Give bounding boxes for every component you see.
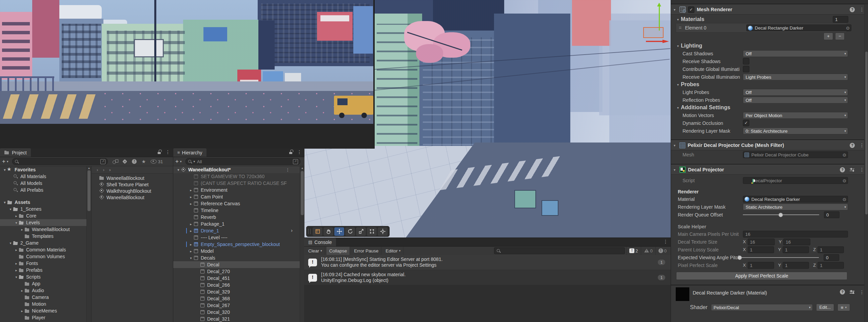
additional-settings-foldout[interactable]: Additional Settings [681,105,730,111]
editor-dropdown[interactable]: Editor▾ [383,247,403,255]
pixel-perfect-scale-y[interactable]: 1 [783,262,809,269]
save-search-star-icon[interactable]: ★ [141,159,146,164]
fold-arrow[interactable]: ▾ [677,18,679,21]
hierarchy-item[interactable]: Decal_368 [173,295,300,302]
hierarchy-item[interactable]: ▸ Model [173,248,300,254]
shader-edit-button[interactable]: Edit... [816,304,834,311]
decal-texture-size-x[interactable]: 16 [748,239,775,245]
warning-count-toggle[interactable]: 0 [641,247,655,255]
fold-arrow[interactable]: ▾ [677,106,679,110]
tab-hierarchy[interactable]: ≡ Hierarchy [173,148,206,157]
breadcrumb-item[interactable] [101,167,107,172]
project-tree-item[interactable]: ▸ WaneellaBlockout [0,226,86,233]
lock-icon[interactable] [289,150,293,154]
reflection-probes-dropdown[interactable]: Off▾ [743,97,848,103]
project-tree-item[interactable]: ▾ Levels [0,219,86,226]
search-filter-caret-icon[interactable]: ▾ [193,160,195,163]
material-preview-thumbnail[interactable] [676,287,689,301]
collapse-toggle[interactable]: Collapse [327,247,350,255]
project-tree-item[interactable]: ▾ Scripts [0,273,86,280]
apply-pixel-perfect-scale-button[interactable]: Apply Pixel Perfect Scale [676,272,847,280]
decal-texture-size-y[interactable]: 16 [783,239,810,245]
fold-arrow[interactable]: ▾ [8,207,13,211]
hierarchy-item[interactable]: Reverb [173,214,300,221]
project-tree-scrollbar[interactable]: ▲ [86,166,91,322]
hierarchy-item[interactable]: Decal_270 [173,268,300,275]
fold-arrow[interactable]: ▸ [189,188,193,192]
open-in-search-icon[interactable]: ↗ [100,159,105,164]
shader-list-button[interactable]: ≡▾ [837,304,850,311]
material-header[interactable]: Decal Rectangle Darker (Material) ? ⋮ [671,285,868,301]
tab-project[interactable]: Project [0,148,31,157]
scrollbar-thumb[interactable] [865,52,868,214]
project-tree-item[interactable]: ▸ Audio [0,287,86,294]
error-pause-toggle[interactable]: Error Pause [351,247,381,255]
hierarchy-item[interactable]: Decal_451 [173,275,300,282]
materials-foldout[interactable]: Materials [681,16,704,22]
component-enabled-checkbox[interactable]: ✓ [688,6,694,13]
search-by-type-icon[interactable] [113,159,118,164]
hierarchy-item[interactable]: ▸ Package_1 [173,221,300,227]
fold-arrow[interactable]: ▸ [14,262,19,265]
kebab-menu-icon[interactable]: ⋮ [165,150,170,154]
project-tree-item[interactable]: ▸ Fonts [0,260,86,267]
fold-arrow[interactable]: ▾ [176,168,181,172]
overlay-drag-handle[interactable] [308,229,311,234]
kebab-menu-icon[interactable]: ⋮ [860,290,864,295]
fold-arrow[interactable]: ▸ [14,248,19,252]
fold-arrow[interactable]: ▸ [189,222,193,226]
drag-handle-icon[interactable]: = [679,25,682,31]
hierarchy-item[interactable]: Decal [173,261,300,268]
project-file-item[interactable]: Shell Texture Planet [92,181,173,188]
hierarchy-item[interactable]: Decal_321 [173,316,300,322]
pixel-perfect-scale-z[interactable]: 1 [817,262,844,269]
tab-console[interactable]: ▤ Console [304,238,336,246]
fold-arrow[interactable]: ▾ [674,144,677,147]
help-icon[interactable]: ? [850,143,855,148]
parent-lossy-scale-z[interactable]: 1 [817,246,844,253]
chevron-down-icon[interactable]: ▾ [180,160,182,163]
contribute-gi-checkbox[interactable] [743,66,749,72]
fold-arrow[interactable]: ▾ [674,8,677,12]
search-input[interactable] [502,248,623,254]
console-log-entry[interactable]: [16:08:11] [MeshSync] Starting Editor Se… [304,255,671,270]
render-queue-offset-slider[interactable] [743,211,819,218]
scroll-up-arrow[interactable]: ▲ [300,167,304,170]
hidden-count[interactable]: 31 [151,159,163,164]
breadcrumb-item[interactable] [107,167,113,172]
project-file-item[interactable]: WaneellaBlockout [92,194,173,201]
rect-tool-button[interactable] [367,227,377,236]
project-tree-item[interactable]: Motion [0,301,86,307]
scrollbar-thumb[interactable] [301,171,304,215]
cast-shadows-dropdown[interactable]: Off▾ [743,50,848,57]
fold-arrow[interactable]: ▸ [14,214,19,218]
object-picker-icon[interactable]: ⊙ [843,177,846,184]
search-input[interactable] [196,159,292,165]
fold-arrow[interactable]: ▾ [677,44,679,48]
expected-viewing-angle-pitch-slider[interactable] [737,254,819,261]
transform-tool-button[interactable] [378,227,388,236]
fold-arrow[interactable]: ▾ [14,275,19,279]
kebab-menu-icon[interactable]: ⋮ [860,167,864,172]
object-picker-icon[interactable]: ⊙ [843,152,846,158]
dynamic-occlusion-checkbox[interactable]: ✓ [743,120,749,126]
hierarchy-item[interactable]: ▾ WaneellaBlockout* [173,166,300,173]
lighting-foldout[interactable]: Lighting [681,43,702,49]
fold-arrow[interactable]: ▸ [189,243,193,246]
render-queue-offset-field[interactable]: 0 [824,211,840,218]
kebab-menu-icon[interactable]: ⋮ [663,239,668,244]
presets-icon[interactable] [850,168,855,172]
kebab-menu-icon[interactable]: ⋮ [297,150,302,154]
project-tree-item[interactable]: ▸ Core [0,212,86,219]
project-file-item[interactable]: WaneellaBlockout [92,175,173,181]
project-tree-item[interactable]: All Models [0,180,86,187]
fold-arrow[interactable]: ▾ [677,83,679,87]
search-input[interactable] [20,159,99,165]
hierarchy-item[interactable]: Decal_267 [173,302,300,309]
project-tree-item[interactable]: ▾ Favorites [0,166,86,173]
project-search-field[interactable]: ↗ [12,158,108,165]
console-log-entry[interactable]: [16:09:24] Cached new skybox material. U… [304,270,671,285]
error-count-toggle[interactable]: 0 [655,247,669,255]
fold-arrow[interactable]: ▸ [20,289,24,292]
kebab-menu-icon[interactable]: ⋮ [860,143,864,148]
